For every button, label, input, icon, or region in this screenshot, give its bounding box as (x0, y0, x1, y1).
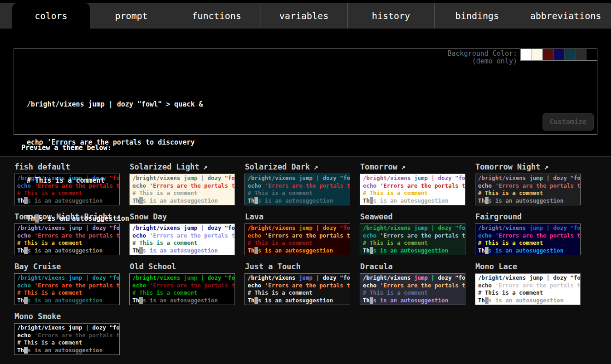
sample-line-comment: # This is a comment (17, 289, 117, 297)
theme-card-tomorrow-night[interactable]: Tomorrow Night↗/bright/vixens jump | doz… (475, 161, 581, 205)
sample-line-quote: echo 'Errors are the portals to discover… (17, 282, 117, 290)
theme-card-seaweed[interactable]: Seaweed/bright/vixens jump | dozy "fowl"… (360, 211, 465, 255)
code-token: # This is a comment (17, 289, 82, 296)
code-token: s is an autosuggestion (489, 297, 564, 304)
sample-line-quote: echo 'Errors are the portals to discover… (363, 232, 462, 240)
external-link-icon[interactable]: ↗ (203, 162, 208, 171)
theme-card-mono-smoke[interactable]: Mono Smoke/bright/vixens jump | dozy "fo… (14, 311, 120, 355)
code-token: 'Errors are the portals to discovery (34, 282, 120, 289)
background-color-label-line1: Background Color: (447, 50, 517, 58)
background-color-label: Background Color: (demo only) (447, 50, 517, 65)
theme-sample-box[interactable]: /bright/vixens jump | dozy "fowl" > quac… (244, 174, 350, 205)
code-token: | (543, 175, 553, 181)
theme-sample-box[interactable]: /bright/vixens jump | dozy "fowl" > quac… (244, 273, 350, 305)
theme-sample-box[interactable]: /bright/vixens jump | dozy "fowl" > quac… (360, 174, 465, 205)
theme-card-solarized-dark[interactable]: Solarized Dark↗/bright/vixens jump | doz… (244, 161, 350, 205)
code-token: Th (363, 247, 370, 254)
code-token: jump (414, 274, 428, 281)
demo-sample-text: /bright/vixens jump | dozy "fowl" > quac… (27, 73, 203, 250)
external-link-icon[interactable]: ↗ (313, 162, 318, 171)
sample-line-command: /bright/vixens jump | dozy "fowl" > quac… (132, 274, 232, 282)
theme-sample-box[interactable]: /bright/vixens jump | dozy "fowl" > quac… (475, 174, 581, 205)
theme-card-old-school[interactable]: Old School/bright/vixens jump | dozy "fo… (129, 261, 235, 305)
theme-sample-box[interactable]: /bright/vixens jump | dozy "fowl" > quac… (360, 223, 465, 255)
code-token: # This is a comment (248, 239, 313, 246)
code-token: jump (68, 274, 82, 281)
color-swatch-navy[interactable] (553, 49, 564, 60)
sample-line-comment: # This is a comment (363, 239, 462, 247)
code-token: dozy (208, 274, 221, 281)
theme-card-mono-lace[interactable]: Mono Lace/bright/vixens jump | dozy "fow… (475, 261, 581, 305)
code-token: # This is a comment (17, 339, 82, 346)
code-token: /bright/vixens (363, 274, 414, 281)
code-token: jump (299, 175, 313, 181)
code-token: 'Errors are the portals to discovery (495, 232, 581, 239)
theme-sample-box[interactable]: /bright/vixens jump | dozy "fowl" > quac… (360, 273, 465, 305)
customize-button[interactable]: Customize (543, 113, 594, 131)
code-token: s is an autosuggestion (258, 197, 333, 204)
external-link-icon[interactable]: ↗ (401, 162, 406, 171)
color-swatch-dark-red[interactable] (543, 49, 553, 60)
code-token: 'Errors are the portals to discovery (265, 282, 350, 289)
code-token: echo (17, 332, 34, 339)
code-token: s is an autosuggestion (28, 347, 103, 354)
theme-sample-box[interactable]: /bright/vixens jump | dozy "fowl" > quac… (129, 273, 235, 305)
sample-line-command: /bright/vixens jump | dozy "fowl" > quac… (363, 175, 462, 182)
theme-sample-box[interactable]: /bright/vixens jump | dozy "fowl" > quac… (244, 223, 350, 255)
theme-card-dracula[interactable]: Dracula/bright/vixens jump | dozy "fowl"… (360, 261, 465, 305)
tab-colors[interactable]: colors (12, 3, 90, 29)
code-token: "fowl" > quack & (452, 175, 465, 181)
color-swatch-cream[interactable] (532, 49, 543, 60)
sample-line-autosuggestion: This is an autosuggestion (363, 197, 462, 205)
sample-line-autosuggestion: This is an autosuggestion (248, 297, 347, 305)
color-swatch-black[interactable] (586, 49, 597, 60)
code-token: /bright/vixens (363, 224, 414, 231)
theme-sample-box[interactable]: /bright/vixens jump | dozy "fowl" > quac… (475, 273, 581, 305)
code-token: jump (529, 175, 543, 181)
theme-card-just-a-touch[interactable]: Just a Touch/bright/vixens jump | dozy "… (244, 261, 350, 305)
code-token: | (313, 175, 323, 181)
cursor-block: i (485, 197, 489, 204)
theme-sample-box[interactable]: /bright/vixens jump | dozy "fowl" > quac… (475, 223, 581, 255)
sample-line-autosuggestion: This is an autosuggestion (478, 297, 577, 305)
color-swatch-dark-teal[interactable] (564, 49, 575, 60)
code-token: s is an autosuggestion (373, 297, 449, 304)
code-token: dozy (323, 274, 337, 281)
code-token: /bright/vixens (478, 224, 529, 231)
color-swatch-charcoal[interactable] (575, 49, 586, 60)
demo-line-comment: # This is a comment (27, 174, 203, 187)
tab-prompt[interactable]: prompt (90, 3, 173, 29)
code-token: echo (248, 282, 265, 289)
tab-history[interactable]: history (347, 3, 434, 29)
theme-card-tomorrow[interactable]: Tomorrow↗/bright/vixens jump | dozy "fow… (360, 161, 465, 205)
tab-variables[interactable]: variables (260, 3, 347, 29)
demo-line-autosuggestion: This is an autosuggestion (27, 212, 203, 225)
code-token: # This is a comment (478, 289, 543, 296)
code-token: /bright/vixens (248, 274, 299, 281)
theme-sample-box[interactable]: /bright/vixens jump | dozy "fowl" > quac… (14, 323, 120, 355)
tab-abbreviations[interactable]: abbreviations (520, 3, 611, 29)
sample-line-autosuggestion: This is an autosuggestion (17, 297, 117, 305)
code-token: # This is a comment (478, 189, 543, 196)
code-token: | (543, 274, 553, 281)
color-swatch-white[interactable] (521, 49, 532, 60)
sample-line-quote: echo 'Errors are the portals to discover… (478, 232, 577, 240)
code-token: "fowl" > quack & (337, 175, 350, 181)
theme-card-lava[interactable]: Lava/bright/vixens jump | dozy "fowl" > … (244, 211, 350, 255)
code-token: "fowl" > quack & (452, 224, 465, 231)
code-token: jump (529, 224, 543, 231)
tab-bar: colors prompt functions variables histor… (0, 3, 611, 29)
code-token: "fowl" > quack & (452, 274, 465, 281)
code-token: s is an autosuggestion (28, 297, 103, 304)
tab-functions[interactable]: functions (173, 3, 260, 29)
code-token: "fowl" > quack & (106, 324, 120, 331)
theme-title: Fairground (475, 212, 581, 221)
code-token: 'Errors are the portals to discovery (380, 282, 465, 289)
external-link-icon[interactable]: ↗ (544, 162, 548, 171)
theme-card-fairground[interactable]: Fairground/bright/vixens jump | dozy "fo… (475, 211, 581, 255)
tab-bindings[interactable]: bindings (434, 3, 520, 29)
theme-sample-box[interactable]: /bright/vixens jump | dozy "fowl" > quac… (14, 273, 120, 305)
theme-title: Mono Smoke (15, 312, 120, 321)
sample-line-autosuggestion: This is an autosuggestion (17, 347, 117, 354)
theme-card-bay-cruise[interactable]: Bay Cruise/bright/vixens jump | dozy "fo… (14, 261, 120, 305)
